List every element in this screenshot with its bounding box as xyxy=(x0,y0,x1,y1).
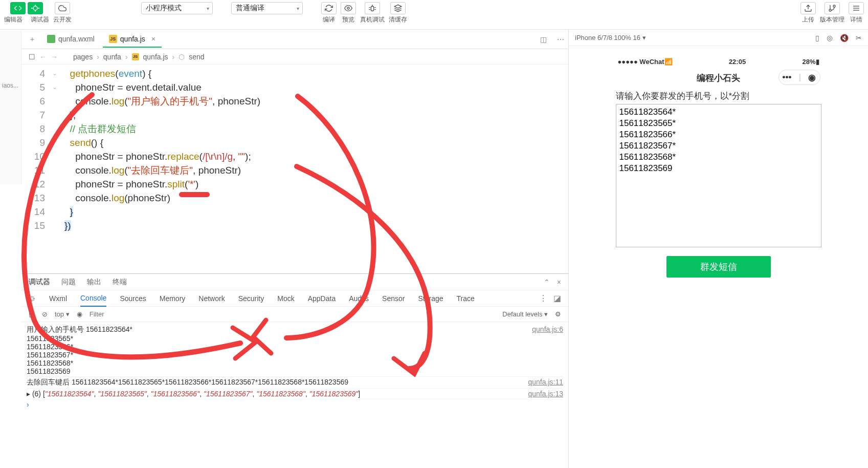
svg-point-5 xyxy=(833,5,835,7)
devtab-trace[interactable]: Trace xyxy=(457,294,475,303)
layers-icon xyxy=(394,4,402,12)
kebab-icon[interactable]: ⋮ xyxy=(539,293,547,303)
wxml-icon xyxy=(47,35,55,43)
devtab-network[interactable]: Network xyxy=(198,294,225,303)
cloud-dev-button[interactable] xyxy=(55,2,70,14)
devtab-memory[interactable]: Memory xyxy=(160,294,186,303)
cloud-icon xyxy=(58,4,66,12)
mute-icon[interactable]: 🔇 xyxy=(840,34,849,42)
branch-icon xyxy=(828,4,836,12)
source-link[interactable]: qunfa.js:6 xyxy=(532,325,563,375)
close-icon[interactable]: × xyxy=(151,35,155,43)
phone-frame: ●●●●● WeChat 📶 22:05 28% ▮ 编程小石头 ••• | ◉… xyxy=(614,55,824,287)
cloud-label: 云开发 xyxy=(53,15,72,24)
svg-point-6 xyxy=(829,9,831,11)
devtab-sensor[interactable]: Sensor xyxy=(382,294,405,303)
detail-button[interactable] xyxy=(849,2,864,14)
live-icon[interactable]: ◉ xyxy=(77,310,82,318)
tab-qunfa-wxml[interactable]: qunfa.wxml xyxy=(41,31,101,48)
svg-point-0 xyxy=(33,6,37,10)
tab-output[interactable]: 输出 xyxy=(87,278,101,287)
context-dropdown[interactable]: top ▾ xyxy=(55,310,70,318)
clear-icon[interactable]: ⊘ xyxy=(42,310,48,318)
send-sms-button[interactable]: 群发短信 xyxy=(666,256,771,278)
close-icon[interactable]: × xyxy=(557,278,561,286)
devtab-security[interactable]: Security xyxy=(238,294,264,303)
editor-view-button[interactable] xyxy=(10,2,26,14)
dock-icon[interactable]: ◪ xyxy=(553,293,561,303)
nav-fwd-icon[interactable]: → xyxy=(51,53,58,61)
mode-dropdown[interactable]: 小程序模式 xyxy=(141,2,213,14)
js-icon: JS xyxy=(109,35,117,43)
sidebar-icon[interactable]: ▥ xyxy=(29,310,35,318)
compile-dropdown[interactable]: 普通编译 xyxy=(231,2,303,14)
upload-button[interactable] xyxy=(800,2,816,14)
devtab-sources[interactable]: Sources xyxy=(120,294,146,303)
nav-back-icon[interactable]: ← xyxy=(39,53,47,61)
console-body[interactable]: 用户输入的手机号 15611823564* 15611823565* 15611… xyxy=(21,322,568,468)
gear-icon[interactable]: ⚙ xyxy=(555,310,561,318)
real-debug-button[interactable] xyxy=(365,2,380,14)
chevron-up-icon[interactable]: ⌃ xyxy=(544,278,550,286)
phones-textarea[interactable]: 15611823564* 15611823565* 15611823566* 1… xyxy=(616,104,821,247)
js-icon: JS xyxy=(132,53,139,60)
debug-panel: 调试器 问题 输出 终端 ⌃× ⯐ Wxml Console Sources M… xyxy=(21,273,568,468)
explorer-sidebar[interactable]: iaos... xyxy=(0,31,21,184)
devtab-storage[interactable]: Storage xyxy=(418,294,443,303)
target-icon[interactable]: ◉ xyxy=(808,72,816,83)
source-link[interactable]: qunfa.js:13 xyxy=(528,390,564,398)
svg-marker-3 xyxy=(394,5,401,8)
code-body[interactable]: getphones(event) { phoneStr = event.deta… xyxy=(64,67,568,273)
devtab-audits[interactable]: Audits xyxy=(349,294,369,303)
tab-terminal[interactable]: 终端 xyxy=(113,278,127,287)
bug-icon xyxy=(31,4,39,12)
breadcrumb: ☐ ← → pages› qunfa› JS qunfa.js› ⬡ send xyxy=(21,49,568,65)
bookmark-icon[interactable]: ☐ xyxy=(29,53,35,61)
more-icon[interactable]: ⋯ xyxy=(553,35,568,44)
debug-view-button[interactable] xyxy=(28,2,43,14)
code-editor[interactable]: 456789101112131415 ⌄⌄ getphones(event) {… xyxy=(21,65,568,273)
clear-cache-button[interactable] xyxy=(390,2,406,14)
console-prompt[interactable]: › xyxy=(27,399,563,410)
menu-icon xyxy=(852,4,860,12)
debugger-label: 调试器 xyxy=(31,15,49,24)
editor-label: 编辑器 xyxy=(4,15,23,24)
split-icon[interactable]: ◫ xyxy=(536,35,551,44)
compile-button[interactable] xyxy=(321,2,337,14)
version-button[interactable] xyxy=(825,2,840,14)
device-icon[interactable]: ▯ xyxy=(815,34,819,42)
devtab-console[interactable]: Console xyxy=(80,290,106,307)
top-toolbar: 编辑器调试器 云开发 小程序模式 普通编译 编译 预览 真机调试 清缓存 上传 … xyxy=(0,0,868,30)
devtab-mock[interactable]: Mock xyxy=(277,294,294,303)
tab-problems[interactable]: 问题 xyxy=(61,278,76,287)
upload-icon xyxy=(804,4,812,12)
home-icon[interactable]: ◎ xyxy=(827,34,833,42)
file-tab-row: ＋ qunfa.wxml JSqunfa.js× ◫ ⋯ xyxy=(21,30,568,49)
code-icon xyxy=(14,4,22,12)
source-link[interactable]: qunfa.js:11 xyxy=(528,378,564,387)
devtab-appdata[interactable]: AppData xyxy=(308,294,336,303)
dots-icon[interactable]: ••• xyxy=(783,72,792,82)
line-gutter: 456789101112131415 xyxy=(21,67,52,273)
device-dropdown[interactable]: iPhone 6/7/8 100% 16 ▾ xyxy=(575,34,646,41)
status-bar: ●●●●● WeChat 📶 22:05 28% ▮ xyxy=(614,55,824,68)
capsule-button[interactable]: ••• | ◉ xyxy=(778,70,820,85)
inspect-icon[interactable]: ⯐ xyxy=(29,294,36,303)
tab-qunfa-js[interactable]: JSqunfa.js× xyxy=(103,31,162,48)
add-tab-icon[interactable]: ＋ xyxy=(26,35,39,44)
eye-icon xyxy=(344,4,352,12)
wifi-icon: 📶 xyxy=(664,58,673,66)
filter-input[interactable] xyxy=(90,310,496,318)
tab-debugger[interactable]: 调试器 xyxy=(29,278,50,287)
devtab-wxml[interactable]: Wxml xyxy=(49,294,67,303)
cube-icon: ⬡ xyxy=(179,53,185,61)
svg-point-1 xyxy=(347,7,349,9)
levels-dropdown[interactable]: Default levels ▾ xyxy=(502,310,548,318)
refresh-icon xyxy=(325,4,333,12)
preview-button[interactable] xyxy=(341,2,356,14)
simulator-pane: iPhone 6/7/8 100% 16 ▾ ▯ ◎ 🔇 ✂ ●●●●● WeC… xyxy=(569,30,868,468)
svg-rect-2 xyxy=(371,6,373,11)
cut-icon[interactable]: ✂ xyxy=(856,34,862,42)
bug2-icon xyxy=(368,4,376,12)
page-title: 编程小石头 xyxy=(697,72,740,84)
